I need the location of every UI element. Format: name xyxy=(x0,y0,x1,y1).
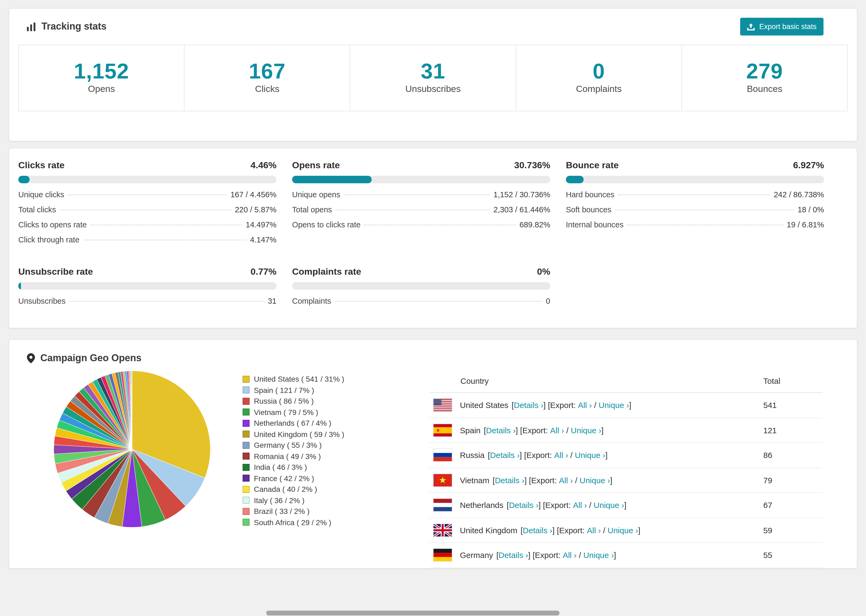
rate-row-label: Unsubscribes xyxy=(18,297,66,305)
legend-item[interactable]: Netherlands ( 67 / 4% ) xyxy=(242,418,405,429)
export-label: Export: xyxy=(545,501,571,510)
stat-label: Unsubscribes xyxy=(350,84,516,94)
geo-content: United States ( 541 / 31% ) Spain ( 121 … xyxy=(18,370,848,568)
country-links: [Details ›] [Export: All › / Unique ›] xyxy=(512,401,631,410)
export-label: Export: xyxy=(559,526,585,535)
details-link[interactable]: Details › xyxy=(490,451,520,460)
table-row: Germany [Details ›] [Export: All › / Uni… xyxy=(429,543,822,568)
legend-swatch xyxy=(242,398,250,405)
rate-row-label: Opens to clicks rate xyxy=(292,220,361,229)
stat-value: 1,152 xyxy=(19,59,184,83)
export-all-link[interactable]: All › xyxy=(578,401,592,410)
rate-row: Internal bounces 19 / 6.81% xyxy=(566,220,824,236)
legend-item[interactable]: Germany ( 55 / 3% ) xyxy=(242,440,405,451)
legend-swatch xyxy=(242,409,250,416)
details-link[interactable]: Details › xyxy=(509,501,538,510)
tracking-stats-card: Tracking stats Export basic stats 1,152 … xyxy=(9,8,857,141)
export-unique-link[interactable]: Unique › xyxy=(583,551,614,560)
legend-label: Germany ( 55 / 3% ) xyxy=(254,441,322,449)
legend-label: Spain ( 121 / 7% ) xyxy=(254,386,314,394)
rate-block: Bounce rate 6.927% Hard bounces 242 / 86… xyxy=(566,160,824,250)
details-link[interactable]: Details › xyxy=(495,476,524,485)
column-header-total: Total xyxy=(763,370,822,392)
details-link[interactable]: Details › xyxy=(499,551,528,560)
export-unique-link[interactable]: Unique › xyxy=(575,451,605,460)
rate-row-value: 242 / 86.738% xyxy=(774,190,824,199)
country-name: Germany xyxy=(460,551,493,560)
legend-label: Romania ( 49 / 3% ) xyxy=(254,452,321,460)
legend-label: United States ( 541 / 31% ) xyxy=(254,375,344,383)
rate-row-label: Click through rate xyxy=(18,236,79,244)
legend-label: Vietnam ( 79 / 5% ) xyxy=(254,408,318,416)
legend-swatch xyxy=(242,486,250,493)
export-unique-link[interactable]: Unique › xyxy=(579,476,610,485)
legend-swatch xyxy=(242,376,250,383)
table-row: Spain [Details ›] [Export: All › / Uniqu… xyxy=(429,418,822,443)
export-unique-link[interactable]: Unique › xyxy=(571,426,601,435)
dotted-leader xyxy=(335,210,490,210)
export-unique-link[interactable]: Unique › xyxy=(594,501,624,510)
stat-box: 167 Clicks xyxy=(184,45,350,111)
legend-label: Canada ( 40 / 2% ) xyxy=(254,485,317,494)
legend-item[interactable]: Romania ( 49 / 3% ) xyxy=(242,451,405,462)
rate-row-value: 18 / 0% xyxy=(798,205,824,214)
details-link[interactable]: Details › xyxy=(486,426,516,435)
stat-label: Clicks xyxy=(184,84,350,94)
rate-progress-fill xyxy=(18,282,21,290)
export-unique-link[interactable]: Unique › xyxy=(608,526,638,535)
details-link[interactable]: Details › xyxy=(514,401,543,410)
dotted-leader xyxy=(68,195,227,195)
dotted-leader xyxy=(83,240,246,240)
export-basic-stats-button[interactable]: Export basic stats xyxy=(740,18,823,36)
rate-header: Complaints rate 0% xyxy=(292,267,550,277)
rate-row: Hard bounces 242 / 86.738% xyxy=(566,190,824,205)
geo-pie-chart xyxy=(53,370,211,528)
legend-swatch xyxy=(242,497,250,504)
export-all-link[interactable]: All › xyxy=(563,551,576,560)
export-label: Export: xyxy=(531,476,557,485)
export-all-link[interactable]: All › xyxy=(554,451,568,460)
geo-opens-title: Campaign Geo Opens xyxy=(27,353,848,364)
legend-item[interactable]: Vietnam ( 79 / 5% ) xyxy=(242,407,405,418)
legend-item[interactable]: Brazil ( 33 / 2% ) xyxy=(242,506,405,517)
legend-item[interactable]: United Kingdom ( 59 / 3% ) xyxy=(242,429,405,440)
horizontal-scrollbar-thumb[interactable] xyxy=(266,611,559,616)
legend-item[interactable]: South Africa ( 29 / 2% ) xyxy=(242,517,405,528)
stat-box: 279 Bounces xyxy=(682,45,848,111)
dotted-leader xyxy=(91,225,242,225)
legend-item[interactable]: Russia ( 86 / 5% ) xyxy=(242,396,405,407)
rate-row-label: Internal bounces xyxy=(566,220,624,229)
country-links: [Details ›] [Export: All › / Unique ›] xyxy=(493,476,612,485)
legend-item[interactable]: United States ( 541 / 31% ) xyxy=(242,374,405,385)
legend-item[interactable]: Italy ( 36 / 2% ) xyxy=(242,495,405,506)
country-name: Vietnam xyxy=(460,476,490,485)
export-all-link[interactable]: All › xyxy=(559,476,573,485)
export-basic-stats-label: Export basic stats xyxy=(759,23,817,31)
rate-row: Click through rate 4.147% xyxy=(18,236,277,250)
rate-row: Complaints 0 xyxy=(292,297,550,312)
country-name: Spain xyxy=(460,426,480,435)
export-all-link[interactable]: All › xyxy=(573,501,587,510)
legend-label: Russia ( 86 / 5% ) xyxy=(254,397,314,405)
stat-label: Bounces xyxy=(682,84,847,94)
legend-item[interactable]: Canada ( 40 / 2% ) xyxy=(242,484,405,495)
rate-row-value: 220 / 5.87% xyxy=(235,205,277,214)
country-flag-icon xyxy=(433,524,452,536)
legend-item[interactable]: Spain ( 121 / 7% ) xyxy=(242,385,405,396)
details-link[interactable]: Details › xyxy=(523,526,553,535)
rate-block: Unsubscribe rate 0.77% Unsubscribes 31 xyxy=(18,267,277,312)
legend-item[interactable]: France ( 42 / 2% ) xyxy=(242,473,405,484)
rate-row-label: Unique clicks xyxy=(18,190,64,199)
rate-progress-fill xyxy=(18,176,30,183)
country-total: 541 xyxy=(763,401,822,410)
country-name: United Kingdom xyxy=(460,526,517,535)
rate-title: Complaints rate xyxy=(292,267,361,277)
rate-header: Unsubscribe rate 0.77% xyxy=(18,267,277,277)
legend-swatch xyxy=(242,519,250,526)
export-all-link[interactable]: All › xyxy=(587,526,601,535)
legend-item[interactable]: India ( 46 / 3% ) xyxy=(242,462,405,473)
export-unique-link[interactable]: Unique › xyxy=(599,401,629,410)
rate-title: Bounce rate xyxy=(566,160,619,171)
rate-row: Unique opens 1,152 / 30.736% xyxy=(292,190,550,205)
export-all-link[interactable]: All › xyxy=(550,426,564,435)
